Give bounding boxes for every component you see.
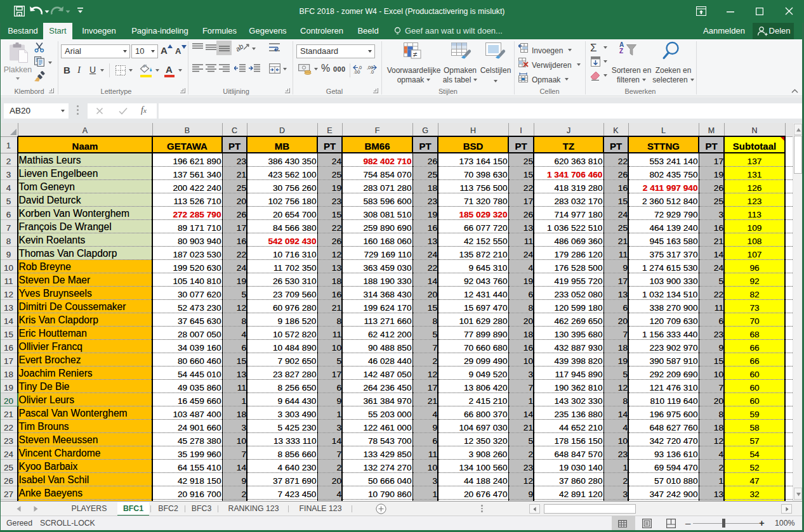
svg-text:≠: ≠	[413, 50, 418, 59]
svg-text:,0: ,0	[370, 69, 374, 74]
svg-text:,00: ,00	[353, 69, 360, 74]
